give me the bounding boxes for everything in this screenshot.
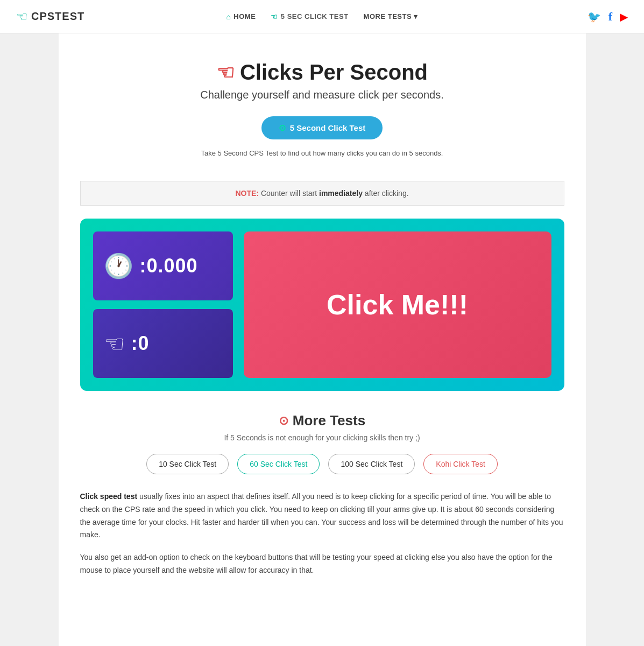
more-tests-subtitle: If 5 Seconds is not enough for your clic…: [80, 433, 564, 442]
article-paragraph-1: Click speed test usually fixes into an a…: [80, 490, 564, 542]
hero-subtitle: Challenge yourself and measure click per…: [80, 89, 564, 101]
click-me-button[interactable]: Click Me!!!: [244, 231, 551, 378]
home-icon: ⌂: [226, 12, 231, 21]
click-me-label: Click Me!!!: [327, 289, 468, 321]
logo-icon: ☜: [16, 9, 28, 24]
btn-10sec[interactable]: 10 Sec Click Test: [146, 454, 229, 474]
stats-panel: 🕐 :0.000 ☜ :0: [93, 231, 233, 378]
clicks-value: :0: [131, 332, 150, 355]
main-content: ☜ Clicks Per Second Challenge yourself a…: [59, 33, 586, 646]
more-tests-icon: ⊙: [279, 414, 288, 428]
youtube-icon[interactable]: ▶: [620, 10, 628, 23]
article: Click speed test usually fixes into an a…: [80, 490, 564, 577]
click-icon: ☜: [104, 330, 125, 357]
nav-sec-label: 5 SEC CLICK TEST: [281, 12, 349, 20]
more-tests-section: ⊙ More Tests If 5 Seconds is not enough …: [80, 412, 564, 474]
note-label: NOTE:: [235, 189, 259, 198]
nav-home[interactable]: ⌂ HOME: [226, 12, 256, 21]
header: ☜ CPSTEST ⌂ HOME ☜ 5 SEC CLICK TEST MORE…: [0, 0, 644, 33]
social-icons: 🐦 f ▶: [588, 10, 628, 24]
facebook-icon[interactable]: f: [608, 10, 612, 24]
hand-icon: ☜: [216, 61, 235, 85]
note-text-start: Counter will start: [261, 189, 319, 198]
game-area: 🕐 :0.000 ☜ :0 Click Me!!!: [80, 219, 564, 391]
timer-box: 🕐 :0.000: [93, 231, 233, 300]
nav-sec-click-test[interactable]: ☜ 5 SEC CLICK TEST: [271, 12, 348, 21]
note-bold: immediately: [319, 189, 363, 198]
hero-section: ☜ Clicks Per Second Challenge yourself a…: [80, 50, 564, 181]
sec-click-icon: ☜: [271, 12, 278, 21]
article-text-1: usually fixes into an aspect that define…: [80, 492, 563, 539]
article-paragraph-2: You also get an add-on option to check o…: [80, 551, 564, 577]
nav-more-tests[interactable]: MORE TESTS ▾: [364, 12, 418, 20]
timer-value: :0.000: [140, 255, 198, 277]
chevron-down-icon: ▾: [414, 12, 418, 20]
note-text-end: after clicking.: [365, 189, 409, 198]
twitter-icon[interactable]: 🐦: [588, 10, 601, 23]
btn-kohi[interactable]: Kohi Click Test: [423, 454, 498, 474]
clock-icon: 🕐: [104, 252, 133, 280]
article-bold-1: Click speed test: [80, 492, 138, 501]
nav-home-label: HOME: [233, 12, 256, 20]
note-bar: NOTE: Counter will start immediately aft…: [80, 181, 564, 206]
hero-title: ☜ Clicks Per Second: [80, 60, 564, 85]
cta-label: 5 Second Click Test: [290, 123, 366, 132]
btn-100sec[interactable]: 100 Sec Click Test: [328, 454, 415, 474]
cta-button[interactable]: ⊙ 5 Second Click Test: [261, 116, 383, 139]
hero-title-text: Clicks Per Second: [240, 60, 428, 85]
test-buttons: 10 Sec Click Test 60 Sec Click Test 100 …: [80, 454, 564, 474]
cta-icon: ⊙: [279, 123, 286, 133]
cta-description: Take 5 Second CPS Test to find out how m…: [80, 149, 564, 157]
logo-text: CPSTEST: [31, 10, 84, 23]
nav-more-label: MORE TESTS: [364, 12, 412, 20]
clicks-box: ☜ :0: [93, 309, 233, 378]
logo[interactable]: ☜ CPSTEST: [16, 9, 84, 24]
more-tests-title: ⊙ More Tests: [80, 412, 564, 429]
more-tests-title-text: More Tests: [293, 412, 365, 429]
btn-60sec[interactable]: 60 Sec Click Test: [237, 454, 320, 474]
nav: ⌂ HOME ☜ 5 SEC CLICK TEST MORE TESTS ▾: [226, 12, 417, 21]
